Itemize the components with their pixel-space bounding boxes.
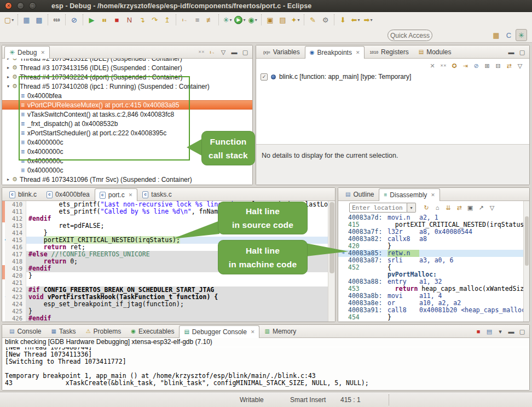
minimize-icon[interactable]: ▬ bbox=[506, 326, 516, 336]
line-number[interactable]: 418 bbox=[2, 258, 26, 265]
build-binary-icon[interactable]: 010 bbox=[51, 14, 62, 26]
location-input[interactable] bbox=[349, 203, 407, 213]
console-output[interactable]: [New Thread 1073468744][New Thread 10734… bbox=[2, 347, 529, 390]
stack-frame-row[interactable]: ≡_frxt_dispatch() at 0x4008532b bbox=[2, 119, 252, 128]
show-source-icon[interactable]: ⇊ bbox=[443, 203, 453, 213]
disassembly-instruction-row[interactable]: 40083a82:callx8a8 bbox=[338, 236, 523, 243]
tab-tasks-c[interactable]: ctasks.c bbox=[137, 188, 176, 200]
terminate-icon[interactable]: ■ bbox=[473, 326, 483, 336]
sync-icon[interactable]: ⇄ bbox=[454, 203, 464, 213]
tab-registers[interactable]: 1010Registers bbox=[365, 45, 413, 58]
step-return-icon[interactable]: ↥ bbox=[161, 14, 173, 26]
link-with-debug-icon[interactable]: ⇄ bbox=[504, 61, 514, 71]
thread-row[interactable]: ▸⚙Thread #3 1073413156 (IDLE) (Suspended… bbox=[2, 63, 252, 72]
cpp-perspective-icon[interactable]: C bbox=[503, 29, 514, 41]
disassembly-instruction-row[interactable]: 40083a91:call80x40081b20 <heap_caps_mall… bbox=[338, 307, 523, 314]
profile-launch-icon[interactable]: ◉ bbox=[247, 14, 258, 26]
line-number[interactable]: 425 bbox=[2, 308, 26, 315]
new-icon[interactable]: ▢ bbox=[3, 14, 15, 26]
goto-file-icon[interactable]: ⇥ bbox=[460, 61, 470, 71]
pin-editor-icon[interactable]: ✎ bbox=[307, 14, 319, 26]
stack-frame-row[interactable]: ≡0x4000bfea bbox=[2, 91, 252, 100]
close-icon[interactable]: ✕ bbox=[5, 2, 12, 9]
line-number[interactable]: 412 bbox=[2, 215, 26, 222]
close-icon[interactable]: ✕ bbox=[356, 50, 360, 55]
close-icon[interactable]: ✕ bbox=[129, 192, 133, 198]
line-number[interactable]: 424 bbox=[2, 301, 26, 308]
line-number[interactable]: 416 bbox=[2, 244, 26, 251]
step-into-icon[interactable]: ↴ bbox=[136, 14, 148, 26]
thread-row[interactable]: ▸⚙Thread #2 1073413312 (IDLE) (Suspended… bbox=[2, 59, 252, 63]
line-number[interactable]: 419 bbox=[2, 265, 26, 272]
code-line[interactable]: 424 esp_set_breakpoint_if_jtag(function)… bbox=[2, 301, 328, 308]
terminate-icon[interactable]: ■ bbox=[111, 14, 123, 26]
tab-modules[interactable]: ▤Modules bbox=[414, 45, 456, 58]
breakpoint-row[interactable]: ✓blink.c [function: app_main] [type: Tem… bbox=[256, 72, 529, 82]
line-number[interactable]: 414 bbox=[2, 230, 26, 237]
view-menu-icon[interactable]: ▽ bbox=[487, 203, 497, 213]
instruction-mode-icon[interactable]: i→ bbox=[207, 47, 217, 57]
stack-frame-row[interactable]: ≡vTaskSwitchContext() at tasks.c:2,846 0… bbox=[2, 110, 252, 119]
tab-blink-c[interactable]: cblink.c bbox=[4, 188, 42, 200]
instruction-stepping-icon[interactable]: i→ bbox=[179, 14, 190, 26]
skip-breakpoints-icon[interactable]: ⊘ bbox=[68, 14, 80, 26]
step-filters-icon[interactable]: ≢ bbox=[204, 14, 216, 26]
thread-row[interactable]: ▸⚙Thread #6 1073431096 (Tmr Svc) (Suspen… bbox=[2, 175, 252, 184]
home-icon[interactable]: ⌂ bbox=[432, 203, 442, 213]
show-supported-breakpoints-icon[interactable]: ✪ bbox=[449, 61, 459, 71]
location-dropdown-icon[interactable]: ▾ bbox=[407, 203, 416, 213]
line-number[interactable]: 411 bbox=[2, 208, 26, 215]
tab-tasks[interactable]: ▦Tasks bbox=[46, 325, 80, 337]
line-number[interactable]: 421 bbox=[2, 279, 26, 286]
close-icon[interactable]: ✕ bbox=[41, 50, 45, 55]
tab-debugger-console[interactable]: ▤Debugger Console✕ bbox=[179, 325, 259, 338]
forward-icon[interactable]: ➡ bbox=[362, 14, 374, 26]
open-resource-icon[interactable]: ▤ bbox=[277, 14, 288, 26]
tab-port-c[interactable]: cport.c✕ bbox=[95, 188, 138, 201]
run-launch-icon[interactable]: ▶ bbox=[234, 14, 246, 26]
tab-debug[interactable]: ✳ Debug ✕ bbox=[4, 46, 50, 59]
line-number[interactable]: ➜415 bbox=[2, 237, 26, 244]
console-dropdown-icon[interactable]: ▾ bbox=[495, 326, 505, 336]
tab-console[interactable]: ▤Console bbox=[4, 325, 46, 337]
tab-problems[interactable]: ⚠Problems bbox=[81, 325, 126, 337]
quick-access-button[interactable]: Quick Access bbox=[388, 30, 432, 41]
view-menu-icon[interactable]: ▽ bbox=[218, 47, 228, 57]
maximize-icon[interactable]: ▢ bbox=[29, 2, 36, 9]
tab-memory[interactable]: ▥Memory bbox=[259, 325, 301, 337]
resume-icon[interactable]: ▶ bbox=[86, 14, 97, 26]
line-number[interactable]: 413 bbox=[2, 222, 26, 230]
last-edit-location-icon[interactable]: ⬇ bbox=[337, 14, 349, 26]
minimize-icon[interactable]: ▬ bbox=[229, 47, 239, 57]
close-icon[interactable]: ✕ bbox=[251, 329, 255, 335]
remove-terminated-icon[interactable]: ✕✕ bbox=[196, 47, 206, 57]
thread-row[interactable]: ▾⚙Thread #5 1073410208 (ipc1 : Running) … bbox=[2, 82, 252, 91]
thread-row[interactable]: ▸⚙Thread #4 1073432224 (dport) (Suspende… bbox=[2, 72, 252, 82]
disassembly-listing[interactable]: 40083a7d:movi.na2, 1415 portEXIT_CRITICA… bbox=[338, 214, 523, 322]
editor-vertical-scrollbar[interactable] bbox=[328, 201, 335, 322]
disassembly-instruction-row[interactable]: ora2, a10, a10 bbox=[338, 321, 523, 322]
remove-all-breakpoints-icon[interactable]: ✕✕ bbox=[438, 61, 448, 71]
line-number[interactable]: 420 bbox=[2, 272, 26, 279]
step-over-icon[interactable]: ↷ bbox=[149, 14, 160, 26]
expand-all-icon[interactable]: ⊞ bbox=[482, 61, 492, 71]
debug-launch-icon[interactable]: ✳ bbox=[222, 14, 233, 26]
tab-0x4000bfea[interactable]: c0x4000bfea bbox=[42, 188, 95, 200]
tab-outline[interactable]: ▤Outline bbox=[340, 188, 379, 200]
disassembly-vertical-scrollbar[interactable] bbox=[523, 201, 529, 322]
tab-variables[interactable]: (x)=Variables bbox=[258, 45, 305, 58]
open-perspective-icon[interactable]: ▦ bbox=[490, 29, 502, 41]
breakpoints-list[interactable]: ✓blink.c [function: app_main] [type: Tem… bbox=[256, 72, 529, 145]
maximize-icon[interactable]: ▢ bbox=[240, 47, 250, 57]
disassembly-instruction-row[interactable]: 40083a87:srlia3, a0, 6 bbox=[338, 257, 523, 264]
export-icon[interactable]: ↗ bbox=[476, 203, 486, 213]
line-number[interactable]: 422 bbox=[2, 286, 26, 294]
view-menu-icon[interactable]: ▽ bbox=[515, 61, 525, 71]
line-number[interactable]: 417 bbox=[2, 251, 26, 258]
maximize-icon[interactable]: ▢ bbox=[517, 326, 527, 336]
show-execution-icon[interactable]: ≡ bbox=[192, 14, 203, 26]
close-icon[interactable]: ✕ bbox=[431, 192, 435, 198]
refresh-icon[interactable]: ↻ bbox=[421, 203, 431, 213]
search-icon[interactable]: ✦ bbox=[290, 14, 301, 26]
suspend-icon[interactable]: ▮▮ bbox=[99, 14, 110, 26]
